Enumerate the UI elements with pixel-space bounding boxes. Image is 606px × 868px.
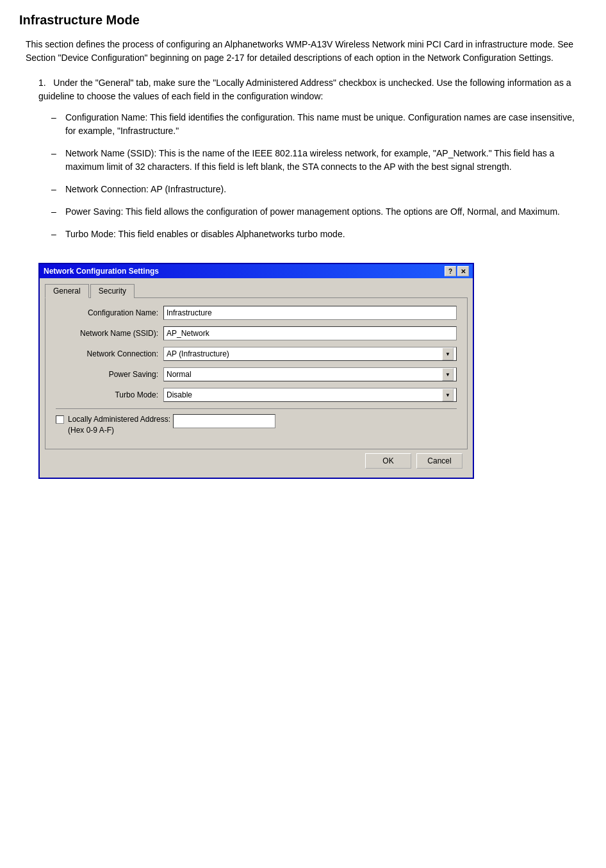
bullet-dash: – bbox=[51, 111, 63, 138]
turbo-mode-select[interactable]: Disable ▼ bbox=[163, 388, 457, 402]
tab-bar: General Security bbox=[45, 283, 468, 297]
config-name-label: Configuration Name: bbox=[56, 308, 158, 317]
numbered-item-1: 1. Under the "General" tab, make sure th… bbox=[38, 76, 587, 103]
bullet-text: Turbo Mode: This field enables or disabl… bbox=[65, 228, 587, 241]
page-content: This section defines the process of conf… bbox=[26, 38, 587, 479]
bullet-dash: – bbox=[51, 183, 63, 196]
network-connection-select[interactable]: AP (Infrastructure) ▼ bbox=[163, 347, 457, 361]
power-saving-label: Power Saving: bbox=[56, 370, 158, 379]
bullet-text: Network Connection: AP (Infrastructure). bbox=[65, 183, 587, 196]
power-saving-row: Power Saving: Normal ▼ bbox=[56, 367, 457, 381]
dropdown-arrow-icon: ▼ bbox=[442, 388, 454, 401]
dialog-wrapper: Network Configuration Settings ? ✕ Gener… bbox=[38, 263, 474, 479]
dialog-titlebar: Network Configuration Settings ? ✕ bbox=[40, 264, 473, 278]
network-name-input[interactable] bbox=[163, 326, 457, 340]
network-connection-row: Network Connection: AP (Infrastructure) … bbox=[56, 347, 457, 361]
cancel-button[interactable]: Cancel bbox=[416, 453, 463, 469]
form-panel: Configuration Name: Network Name (SSID):… bbox=[45, 297, 468, 449]
locally-admin-checkbox[interactable] bbox=[56, 415, 64, 424]
titlebar-buttons: ? ✕ bbox=[445, 266, 469, 276]
help-button[interactable]: ? bbox=[445, 266, 456, 276]
locally-admin-row: Locally Administered Address: (Hex 0-9 A… bbox=[56, 414, 457, 436]
item-text: Under the "General" tab, make sure the "… bbox=[38, 78, 571, 101]
locally-admin-label-line1: Locally Administered Address: bbox=[68, 414, 170, 425]
bullet-item-1: – Configuration Name: This field identif… bbox=[51, 111, 587, 138]
bullet-dash: – bbox=[51, 147, 63, 174]
network-connection-value: AP (Infrastructure) bbox=[167, 349, 441, 358]
form-divider bbox=[56, 408, 457, 409]
config-name-row: Configuration Name: bbox=[56, 306, 457, 320]
close-button[interactable]: ✕ bbox=[457, 266, 469, 276]
dialog-footer: OK Cancel bbox=[45, 449, 468, 472]
network-connection-label: Network Connection: bbox=[56, 349, 158, 358]
turbo-mode-label: Turbo Mode: bbox=[56, 390, 158, 399]
locally-admin-input-wrapper bbox=[173, 414, 457, 428]
locally-admin-checkbox-wrapper bbox=[56, 415, 64, 424]
power-saving-select[interactable]: Normal ▼ bbox=[163, 367, 457, 381]
tab-security[interactable]: Security bbox=[90, 284, 135, 298]
locally-admin-label-line2: (Hex 0-9 A-F) bbox=[68, 425, 170, 436]
tab-general[interactable]: General bbox=[45, 284, 89, 298]
numbered-list: 1. Under the "General" tab, make sure th… bbox=[38, 76, 587, 103]
bullet-item-5: – Turbo Mode: This field enables or disa… bbox=[51, 228, 587, 241]
bullet-item-3: – Network Connection: AP (Infrastructure… bbox=[51, 183, 587, 196]
dialog-body: General Security Configuration Name: Net… bbox=[40, 278, 473, 478]
bullet-dash: – bbox=[51, 205, 63, 219]
ok-button[interactable]: OK bbox=[365, 453, 411, 469]
dropdown-arrow-icon: ▼ bbox=[442, 347, 454, 360]
dialog-title: Network Configuration Settings bbox=[44, 267, 159, 276]
turbo-mode-row: Turbo Mode: Disable ▼ bbox=[56, 388, 457, 402]
config-name-input[interactable] bbox=[163, 306, 457, 320]
bullet-list: – Configuration Name: This field identif… bbox=[51, 111, 587, 241]
bullet-text: Network Name (SSID): This is the name of… bbox=[65, 147, 587, 174]
turbo-mode-select-wrapper: Disable ▼ bbox=[163, 388, 457, 402]
turbo-mode-value: Disable bbox=[167, 390, 441, 399]
bullet-text: Configuration Name: This field identifie… bbox=[65, 111, 587, 138]
network-connection-select-wrapper: AP (Infrastructure) ▼ bbox=[163, 347, 457, 361]
bullet-item-4: – Power Saving: This field allows the co… bbox=[51, 205, 587, 219]
intro-paragraph: This section defines the process of conf… bbox=[26, 38, 587, 65]
bullet-text: Power Saving: This field allows the conf… bbox=[65, 205, 587, 219]
bullet-dash: – bbox=[51, 228, 63, 241]
network-config-dialog: Network Configuration Settings ? ✕ Gener… bbox=[38, 263, 474, 479]
network-name-label: Network Name (SSID): bbox=[56, 329, 158, 338]
power-saving-select-wrapper: Normal ▼ bbox=[163, 367, 457, 381]
network-name-row: Network Name (SSID): bbox=[56, 326, 457, 340]
power-saving-value: Normal bbox=[167, 370, 441, 379]
bullet-item-2: – Network Name (SSID): This is the name … bbox=[51, 147, 587, 174]
locally-admin-input[interactable] bbox=[173, 414, 275, 428]
page-title: Infrastructure Mode bbox=[19, 13, 587, 28]
item-number: 1. bbox=[38, 78, 51, 88]
locally-admin-label: Locally Administered Address: (Hex 0-9 A… bbox=[68, 414, 170, 436]
dropdown-arrow-icon: ▼ bbox=[442, 368, 454, 381]
